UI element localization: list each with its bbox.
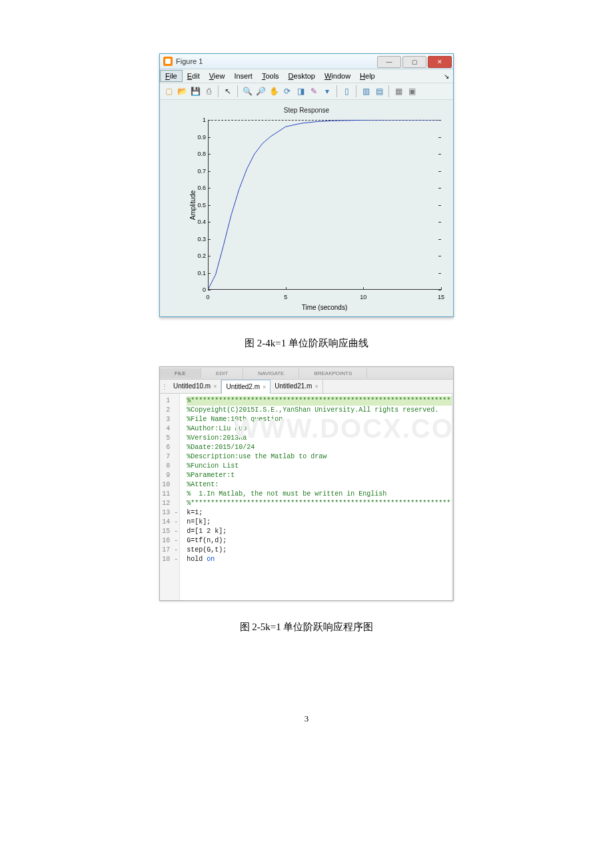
figure-toolbar: ▢ 📂 💾 ⎙ ↖ 🔍 🔎 ✋ ⟳ ◨ ✎ ▾ ▯ ▥ ▤ ▦ ▣ — [160, 83, 453, 100]
new-figure-icon[interactable]: ▢ — [163, 85, 175, 97]
minimize-button[interactable]: — — [377, 56, 401, 68]
menu-overflow-icon[interactable]: ↘ — [440, 73, 453, 80]
zoom-in-icon[interactable]: 🔍 — [241, 85, 253, 97]
editor-window: FILE EDIT NAVIGATE BREAKPOINTS ⋮ Untitle… — [159, 366, 454, 601]
edit-plot-icon[interactable]: ↖ — [222, 85, 234, 97]
menu-file[interactable]: File — [160, 70, 183, 82]
y-tick-label: 0.3 — [191, 236, 206, 242]
line-number-gutter: 1 2 3 4 5 6 7 8 9 10 11 12 13 - 14 - 15 … — [160, 394, 180, 600]
titlebar[interactable]: Figure 1 — ▢ ✕ — [160, 54, 453, 69]
x-tick-label: 0 — [206, 294, 209, 300]
y-tick-label: 0.2 — [191, 252, 206, 259]
maximize-icon: ▢ — [412, 59, 418, 65]
dock-icon[interactable]: ▦ — [392, 85, 404, 97]
figure-window: Figure 1 — ▢ ✕ File Edit View Insert Too… — [159, 53, 454, 317]
editor-tab-label: Untitled21.m — [275, 382, 312, 390]
y-tick-label: 0.6 — [191, 185, 206, 191]
figure-caption-1: 图 2-4k=1 单位阶跃响应曲线 — [40, 337, 573, 350]
open-icon[interactable]: 📂 — [176, 85, 188, 97]
y-tick-label: 0.5 — [191, 202, 206, 209]
rotate3d-icon[interactable]: ⟳ — [281, 85, 293, 97]
tab-close-icon[interactable]: × — [314, 383, 318, 390]
y-tick-label: 1 — [191, 117, 206, 123]
editor-tabs: ⋮ Untitled10.m×Untitled2.m×Untitled21.m× — [160, 380, 453, 394]
editor-toolstrip: FILE EDIT NAVIGATE BREAKPOINTS — [160, 367, 453, 380]
toolstrip-breakpoints[interactable]: BREAKPOINTS — [299, 368, 367, 378]
menu-edit[interactable]: Edit — [183, 71, 205, 81]
page-number: 3 — [40, 713, 573, 724]
insert-legend-icon[interactable]: ▥ — [360, 85, 372, 97]
undock-icon[interactable]: ▣ — [406, 85, 418, 97]
editor-tab[interactable]: Untitled10.m× — [169, 380, 221, 393]
editor-tab-label: Untitled2.m — [226, 383, 260, 390]
y-tick-label: 0.1 — [191, 270, 206, 276]
data-cursor-icon[interactable]: ◨ — [295, 85, 306, 97]
insert-colorbar-icon[interactable]: ▯ — [340, 85, 352, 97]
y-tick-label: 0.7 — [191, 168, 206, 175]
zoom-out-icon[interactable]: 🔎 — [255, 85, 267, 97]
menu-tools[interactable]: Tools — [257, 71, 284, 81]
x-tick-label: 10 — [360, 294, 366, 300]
toolstrip-navigate[interactable]: NAVIGATE — [243, 368, 299, 378]
tab-close-icon[interactable]: × — [263, 384, 266, 390]
axes-area[interactable]: Step Response Amplitude Time (seconds) 0… — [160, 100, 453, 316]
insert-legend2-icon[interactable]: ▤ — [373, 85, 385, 97]
x-tick-label: 5 — [284, 294, 287, 300]
toolstrip-file[interactable]: FILE — [160, 368, 201, 378]
link-icon[interactable]: ▾ — [321, 85, 333, 97]
menubar: File Edit View Insert Tools Desktop Wind… — [160, 69, 453, 83]
toolstrip-edit[interactable]: EDIT — [201, 368, 243, 378]
code-body[interactable]: 1 2 3 4 5 6 7 8 9 10 11 12 13 - 14 - 15 … — [160, 394, 453, 600]
print-icon[interactable]: ⎙ — [203, 85, 215, 97]
y-tick-label: 0.9 — [191, 134, 206, 141]
function-browser-icon[interactable]: ⋮ — [160, 383, 169, 390]
editor-tab[interactable]: Untitled2.m× — [221, 380, 271, 394]
y-tick-label: 0.4 — [191, 218, 206, 225]
window-title: Figure 1 — [176, 57, 203, 65]
editor-tab-label: Untitled10.m — [173, 382, 211, 390]
tab-close-icon[interactable]: × — [213, 383, 217, 390]
menu-desktop[interactable]: Desktop — [284, 71, 320, 81]
y-tick-label: 0.8 — [191, 151, 206, 157]
menu-view[interactable]: View — [205, 71, 230, 81]
menu-help[interactable]: Help — [355, 71, 380, 81]
y-tick-label: 0 — [191, 286, 206, 293]
matlab-logo-icon — [163, 57, 173, 66]
x-axis-label: Time (seconds) — [302, 304, 348, 311]
save-icon[interactable]: 💾 — [189, 85, 201, 97]
maximize-button[interactable]: ▢ — [402, 56, 426, 68]
menu-insert[interactable]: Insert — [229, 71, 257, 81]
brush-icon[interactable]: ✎ — [308, 85, 320, 97]
minimize-icon: — — [386, 59, 392, 65]
close-icon: ✕ — [437, 59, 442, 65]
x-tick-label: 15 — [438, 294, 444, 300]
step-response-curve — [208, 120, 441, 290]
pan-icon[interactable]: ✋ — [268, 85, 280, 97]
close-button[interactable]: ✕ — [428, 56, 452, 68]
figure-caption-2: 图 2-5k=1 单位阶跃响应程序图 — [40, 621, 573, 634]
chart-title: Step Response — [167, 107, 446, 114]
code-column[interactable]: %***************************************… — [180, 394, 452, 600]
menu-window[interactable]: Window — [320, 71, 355, 81]
editor-tab[interactable]: Untitled21.m× — [271, 380, 322, 393]
